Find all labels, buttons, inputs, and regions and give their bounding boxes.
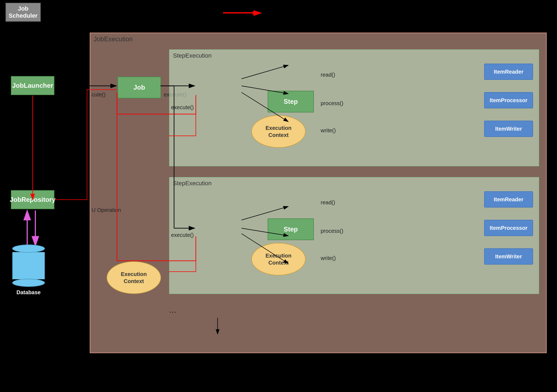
job-scheduler-box: Job Scheduler xyxy=(5,3,41,22)
job-launcher-box: JobLauncher xyxy=(11,76,54,95)
job-box: Job xyxy=(117,77,161,98)
process-label-1: process() xyxy=(321,100,343,106)
write-label-2: write() xyxy=(321,255,336,261)
process-label-2: process() xyxy=(321,228,343,234)
step-1-box: Step xyxy=(268,91,314,112)
item-processor-1: ItemProcessor xyxy=(484,92,533,108)
item-writer-2: ItemWriter xyxy=(484,248,533,265)
step-execution-box-2: StepExecution Step execute() Execution C… xyxy=(169,177,539,294)
read-label-2: read() xyxy=(321,199,335,206)
execute-label-step1: execute() xyxy=(171,104,194,111)
step-execution-label-2: StepExecution xyxy=(173,180,212,187)
cute-label: cute() xyxy=(92,92,106,98)
db-body xyxy=(12,252,45,279)
ellipsis-label: ... xyxy=(169,305,177,315)
item-reader-2: ItemReader xyxy=(484,191,533,208)
read-label-1: read() xyxy=(321,72,335,78)
job-repository-box: JobRepository xyxy=(11,190,54,209)
item-processor-2: ItemProcessor xyxy=(484,220,533,236)
execute-label-step2: execute() xyxy=(171,232,194,238)
db-bottom xyxy=(12,279,45,287)
write-label-1: write() xyxy=(321,127,336,134)
job-execution-container: JobExecution Job execute() cute() U Oper… xyxy=(90,33,547,353)
step-execution-label-1: StepExecution xyxy=(173,52,212,59)
db-top xyxy=(12,244,45,253)
step-execution-box-1: StepExecution Step execute() Execution C… xyxy=(169,49,539,166)
u-operation-label: U Operation xyxy=(92,207,121,213)
step-2-box: Step xyxy=(268,218,314,240)
red-arrow-top xyxy=(223,12,256,13)
step2-exec-context: Execution Context xyxy=(251,243,306,275)
db-label: Database xyxy=(11,289,46,296)
step1-exec-context: Execution Context xyxy=(251,115,306,148)
item-writer-1: ItemWriter xyxy=(484,121,533,137)
item-reader-1: ItemReader xyxy=(484,64,533,80)
job-exec-context: Execution Context xyxy=(107,261,161,294)
job-execution-label: JobExecution xyxy=(94,35,133,43)
database-cylinder: Database xyxy=(11,244,46,288)
